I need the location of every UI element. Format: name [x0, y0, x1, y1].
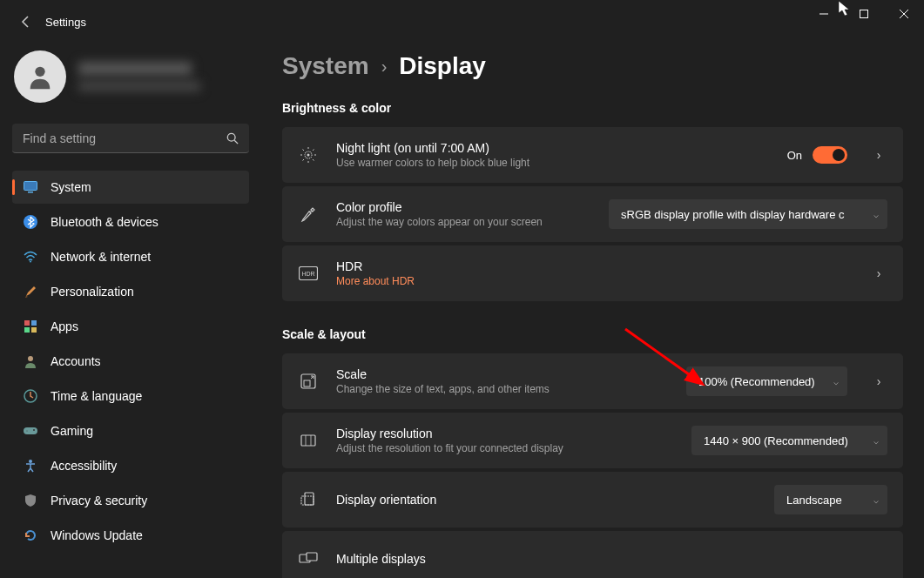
color-profile-dropdown[interactable]: sRGB display profile with display hardwa…: [609, 199, 887, 229]
svg-point-17: [27, 431, 28, 432]
dropdown-value: 1440 × 900 (Recommended): [704, 434, 865, 447]
search-box[interactable]: [12, 124, 249, 153]
svg-rect-9: [24, 320, 30, 326]
toggle-state-label: On: [787, 149, 802, 162]
svg-point-20: [307, 154, 310, 157]
sidebar-item-label: Accessibility: [51, 459, 117, 473]
update-icon: [23, 528, 38, 543]
search-icon: [226, 132, 239, 144]
svg-line-28: [313, 150, 314, 151]
svg-line-25: [303, 150, 305, 151]
paintbrush-icon: [23, 284, 38, 299]
svg-point-18: [29, 460, 32, 463]
user-account-section[interactable]: [12, 44, 249, 124]
sidebar-item-label: System: [51, 180, 91, 194]
svg-rect-1: [860, 10, 868, 18]
orientation-icon: [298, 491, 319, 508]
sidebar-item-gaming[interactable]: Gaming: [12, 414, 249, 447]
chevron-right-icon[interactable]: ›: [870, 148, 887, 162]
setting-scale[interactable]: Scale Change the size of text, apps, and…: [282, 353, 903, 409]
user-name: [78, 62, 192, 76]
display-icon: [23, 179, 38, 195]
svg-rect-10: [31, 320, 37, 326]
sidebar-item-label: Personalization: [51, 285, 134, 299]
setting-orientation[interactable]: Display orientation Landscape ⌵: [282, 472, 903, 528]
eyedropper-icon: [298, 205, 319, 223]
night-light-toggle[interactable]: [813, 146, 847, 164]
scale-icon: [298, 373, 319, 390]
apps-icon: [23, 319, 38, 334]
sidebar-item-label: Network & internet: [51, 250, 151, 264]
person-icon: [23, 353, 38, 369]
sidebar-item-privacy[interactable]: Privacy & security: [12, 484, 249, 517]
chevron-down-icon: ⌵: [873, 210, 879, 219]
sidebar-item-bluetooth[interactable]: Bluetooth & devices: [12, 205, 249, 239]
svg-rect-5: [24, 182, 37, 191]
setting-multiple-displays[interactable]: Multiple displays: [282, 531, 903, 578]
breadcrumb-parent[interactable]: System: [282, 52, 369, 80]
setting-night-light[interactable]: Night light (on until 7:00 AM) Use warme…: [282, 127, 903, 183]
hdr-icon: HDR: [298, 266, 319, 280]
orientation-dropdown[interactable]: Landscape ⌵: [774, 485, 887, 514]
sidebar-item-apps[interactable]: Apps: [12, 310, 249, 343]
sidebar-item-windows-update[interactable]: Windows Update: [12, 519, 249, 552]
svg-rect-34: [301, 435, 315, 446]
hdr-more-link[interactable]: More about HDR: [336, 275, 858, 287]
svg-point-8: [30, 261, 31, 263]
setting-title: Display resolution: [336, 427, 691, 440]
sidebar-item-network[interactable]: Network & internet: [12, 240, 249, 273]
multiple-displays-icon: [298, 552, 319, 566]
setting-desc: Adjust the way colors appear on your scr…: [336, 216, 609, 228]
setting-color-profile[interactable]: Color profile Adjust the way colors appe…: [282, 186, 903, 242]
chevron-right-icon[interactable]: ›: [870, 374, 887, 388]
svg-rect-33: [304, 380, 310, 386]
dropdown-value: Landscape: [786, 494, 865, 507]
sidebar-item-system[interactable]: System: [12, 171, 249, 204]
svg-text:HDR: HDR: [301, 271, 314, 277]
night-light-icon: [298, 146, 319, 164]
svg-line-4: [234, 140, 238, 144]
sidebar-item-accessibility[interactable]: Accessibility: [12, 449, 249, 482]
minimize-button[interactable]: [804, 0, 844, 28]
setting-title: Color profile: [336, 200, 609, 214]
sidebar-item-label: Accounts: [51, 354, 101, 368]
chevron-right-icon[interactable]: ›: [870, 266, 887, 280]
sidebar-item-label: Time & language: [51, 389, 142, 403]
close-button[interactable]: [884, 0, 924, 28]
bluetooth-icon: [23, 214, 38, 230]
clock-globe-icon: [23, 388, 38, 404]
sidebar-item-label: Bluetooth & devices: [51, 215, 158, 229]
maximize-button[interactable]: [844, 0, 884, 28]
window-title: Settings: [45, 16, 86, 29]
chevron-right-icon: ›: [381, 57, 388, 77]
svg-point-16: [33, 429, 35, 431]
svg-line-27: [303, 159, 305, 161]
chevron-down-icon: ⌵: [833, 377, 839, 386]
setting-title: Scale: [336, 367, 686, 381]
scale-dropdown[interactable]: 100% (Recommended) ⌵: [686, 366, 847, 396]
setting-desc: Change the size of text, apps, and other…: [336, 383, 686, 395]
breadcrumb-current: Display: [399, 52, 486, 80]
svg-point-2: [35, 67, 44, 77]
search-input[interactable]: [23, 131, 226, 145]
sidebar-item-time-language[interactable]: Time & language: [12, 380, 249, 413]
setting-title: HDR: [336, 259, 858, 273]
resolution-dropdown[interactable]: 1440 × 900 (Recommended) ⌵: [691, 426, 887, 455]
sidebar-item-label: Privacy & security: [51, 494, 147, 507]
svg-rect-11: [24, 327, 30, 333]
svg-point-3: [227, 133, 235, 141]
gamepad-icon: [23, 423, 38, 439]
setting-hdr[interactable]: HDR HDR More about HDR ›: [282, 245, 903, 301]
svg-rect-38: [305, 493, 314, 505]
back-button[interactable]: [17, 13, 35, 30]
chevron-down-icon: ⌵: [873, 436, 879, 446]
setting-title: Display orientation: [336, 493, 774, 507]
svg-point-13: [28, 356, 33, 361]
dropdown-value: sRGB display profile with display hardwa…: [621, 208, 865, 221]
setting-resolution[interactable]: Display resolution Adjust the resolution…: [282, 413, 903, 468]
user-email: [78, 81, 200, 91]
setting-title: Night light (on until 7:00 AM): [336, 141, 787, 155]
sidebar-item-accounts[interactable]: Accounts: [12, 345, 249, 378]
sidebar-item-personalization[interactable]: Personalization: [12, 275, 249, 308]
sidebar-item-label: Windows Update: [51, 528, 143, 542]
